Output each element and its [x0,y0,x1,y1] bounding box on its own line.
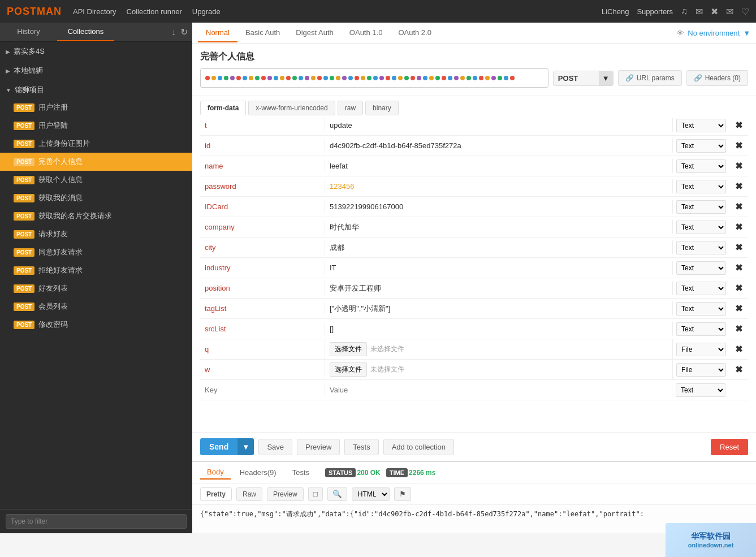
param-type-select-5[interactable]: TextFile [676,221,726,234]
env-selector[interactable]: 👁 No environment ▼ [677,29,750,37]
param-value-input-10[interactable] [330,325,668,333]
nav-api-directory[interactable]: API Directory [73,7,116,16]
param-type-select-10[interactable]: TextFile [676,322,726,336]
social-icon-1[interactable]: ♫ [681,6,688,16]
param-remove-9[interactable]: ✖ [729,303,748,314]
param-value-input-4[interactable] [330,202,668,211]
sidebar-import-icon[interactable]: ↓ [171,27,176,37]
param-value-input-7[interactable] [330,264,668,272]
param-remove-5[interactable]: ✖ [729,222,748,232]
param-remove-8[interactable]: ✖ [729,283,748,293]
form-tab-formdata[interactable]: form-data [200,101,246,115]
sidebar-item-6[interactable]: POST 获取我的名片交换请求 [0,207,192,225]
param-type-select-12[interactable]: TextFile [676,363,726,377]
method-select[interactable]: POST GET PUT DELETE ▼ [553,71,614,86]
auth-tab-oauth1[interactable]: OAuth 1.0 [342,24,391,42]
sidebar-item-12[interactable]: POST 修改密码 [0,316,192,334]
param-type-select-1[interactable]: TextFile [676,139,726,153]
param-type-select-3[interactable]: TextFile [676,180,726,193]
auth-tab-oauth2[interactable]: OAuth 2.0 [390,24,439,42]
social-icon-5[interactable]: ♡ [741,6,749,17]
send-button[interactable]: Send [200,438,237,455]
sidebar-item-3[interactable]: POST 完善个人信息 [0,153,192,171]
param-value-input-13[interactable] [330,386,667,394]
param-type-select-4[interactable]: TextFile [676,200,726,214]
form-tab-raw[interactable]: raw [338,101,363,115]
param-type-select-13[interactable]: TextFile [676,383,725,397]
param-value-input-3[interactable] [330,182,668,191]
format-pretty[interactable]: Pretty [200,487,232,501]
param-type-select-9[interactable]: TextFile [676,302,726,316]
social-icon-2[interactable]: ✉ [695,6,703,17]
param-value-input-2[interactable] [330,162,668,170]
response-tab-tests[interactable]: Tests [286,466,316,479]
auth-tab-digest[interactable]: Digest Auth [288,24,342,42]
sidebar-item-4[interactable]: POST 获取个人信息 [0,171,192,189]
send-dropdown-btn[interactable]: ▼ [237,438,254,455]
save-button[interactable]: Save [258,439,292,455]
headers-btn[interactable]: 🔗 Headers (0) [686,70,748,86]
sidebar-item-8[interactable]: POST 同意好友请求 [0,243,192,261]
sidebar-item-7[interactable]: POST 请求好友 [0,225,192,243]
copy-icon[interactable]: □ [308,487,323,501]
param-type-select-8[interactable]: TextFile [676,282,726,295]
param-remove-10[interactable]: ✖ [729,323,748,334]
auth-tab-normal[interactable]: Normal [198,24,237,42]
nav-upgrade[interactable]: Upgrade [192,7,221,16]
format-raw[interactable]: Raw [236,487,262,501]
sidebar-tab-history[interactable]: History [0,23,57,41]
social-icon-4[interactable]: ✉ [726,6,733,17]
param-value-input-1[interactable] [330,141,668,150]
sidebar-item-11[interactable]: POST 会员列表 [0,297,192,316]
param-type-select-6[interactable]: TextFile [676,241,726,254]
nav-collection-runner[interactable]: Collection runner [127,7,182,16]
method-drop-arrow[interactable]: ▼ [599,71,613,85]
file-btn-11[interactable]: 选择文件 [330,342,367,356]
response-tab-headers[interactable]: Headers(9) [233,466,283,479]
param-remove-7[interactable]: ✖ [729,262,748,273]
param-remove-4[interactable]: ✖ [729,201,748,212]
param-type-select-2[interactable]: TextFile [676,159,726,173]
param-type-select-0[interactable]: TextFile [676,119,726,132]
sidebar-item-0[interactable]: POST 用户注册 [0,98,192,116]
format-preview[interactable]: Preview [267,487,304,501]
sidebar-item-2[interactable]: POST 上传身份证图片 [0,135,192,153]
form-tab-urlencoded[interactable]: x-www-form-urlencoded [248,101,335,115]
sidebar-sync-icon[interactable]: ↻ [180,27,188,37]
param-value-input-8[interactable] [330,284,668,292]
param-remove-2[interactable]: ✖ [729,161,748,171]
param-value-input-5[interactable] [330,223,668,231]
sidebar-item-5[interactable]: POST 获取我的消息 [0,189,192,207]
param-remove-6[interactable]: ✖ [729,242,748,253]
supporters-link[interactable]: Supporters [637,7,673,16]
sidebar-section-header-3[interactable]: ▼ 锦狮项目 [0,81,192,98]
social-icon-3[interactable]: ✖ [711,6,718,17]
tests-button[interactable]: Tests [344,439,378,455]
param-remove-1[interactable]: ✖ [729,140,748,151]
preview-button[interactable]: Preview [297,439,340,455]
sidebar-tab-collections[interactable]: Collections [57,23,114,41]
param-remove-12[interactable]: ✖ [729,364,748,375]
sidebar-section-header-2[interactable]: ▶ 本地锦狮 [0,62,192,79]
param-key-input-13[interactable] [205,386,320,394]
reset-button[interactable]: Reset [711,439,748,455]
sidebar-section-header-1[interactable]: ▶ 嘉实多4S [0,43,192,60]
file-btn-12[interactable]: 选择文件 [330,362,367,377]
url-params-btn[interactable]: 🔗 URL params [618,70,682,86]
param-remove-0[interactable]: ✖ [729,120,748,131]
param-remove-11[interactable]: ✖ [729,344,748,355]
add-collection-button[interactable]: Add to collection [383,439,454,455]
param-type-select-7[interactable]: TextFile [676,261,726,275]
auth-tab-basic[interactable]: Basic Auth [237,24,288,42]
param-value-input-6[interactable] [330,243,668,252]
sidebar-item-1[interactable]: POST 用户登陆 [0,116,192,135]
search-icon[interactable]: 🔍 [327,487,347,501]
response-tab-body[interactable]: Body [200,465,231,480]
bookmark-icon[interactable]: ⚑ [394,487,411,501]
url-visual[interactable] [200,68,548,88]
filter-input[interactable] [6,514,187,529]
param-value-input-0[interactable] [330,121,668,129]
sidebar-item-9[interactable]: POST 拒绝好友请求 [0,261,192,279]
param-remove-3[interactable]: ✖ [729,181,748,192]
param-value-input-9[interactable] [330,304,668,313]
